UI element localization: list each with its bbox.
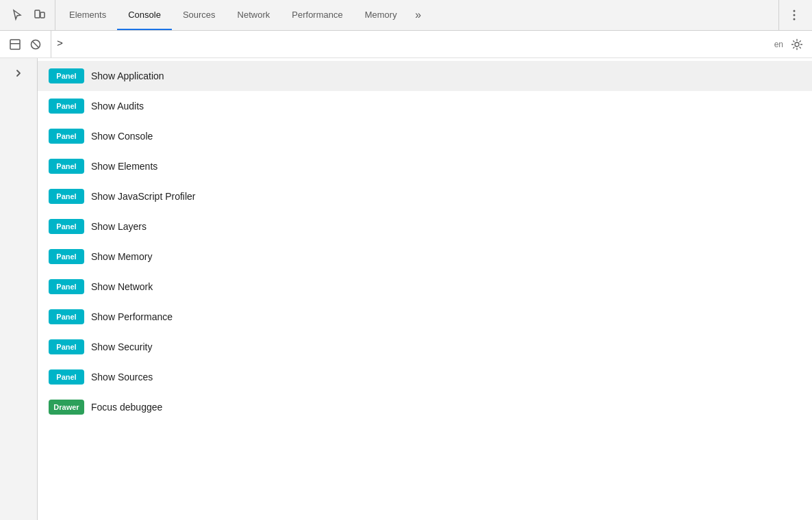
devtools-toolbar: Elements Console Sources Network Perform…: [0, 0, 812, 31]
sidebar-expand-arrow[interactable]: [12, 66, 25, 80]
dropdown-label-show-audits: Show Audits: [91, 101, 144, 112]
badge-panel: Panel: [49, 68, 84, 83]
console-input[interactable]: [67, 39, 774, 49]
console-settings-button[interactable]: [787, 35, 807, 54]
badge-panel: Panel: [49, 99, 84, 114]
dropdown-item-show-application[interactable]: PanelShow Application: [38, 61, 812, 91]
dropdown-item-show-network[interactable]: PanelShow Network: [38, 272, 812, 302]
dropdown-item-show-performance[interactable]: PanelShow Performance: [38, 302, 812, 332]
clear-console-button[interactable]: [26, 35, 45, 54]
console-input-area: >: [57, 38, 774, 50]
dropdown-label-show-performance: Show Performance: [91, 311, 173, 322]
cursor-icon: [12, 9, 24, 21]
tab-memory[interactable]: Memory: [354, 0, 408, 30]
svg-point-4: [794, 18, 796, 21]
dropdown-item-show-audits[interactable]: PanelShow Audits: [38, 91, 812, 121]
prompt-symbol: >: [57, 38, 63, 50]
dropdown-item-show-security[interactable]: PanelShow Security: [38, 332, 812, 362]
dropdown-label-show-network: Show Network: [91, 281, 153, 292]
svg-line-8: [33, 42, 38, 47]
dropdown-label-show-security: Show Security: [91, 341, 152, 352]
dropdown-label-show-layers: Show Layers: [91, 221, 147, 232]
tab-performance[interactable]: Performance: [281, 0, 353, 30]
dropdown-item-show-elements[interactable]: PanelShow Elements: [38, 151, 812, 181]
tab-network[interactable]: Network: [227, 0, 281, 30]
device-icon: [34, 9, 46, 21]
device-toolbar-button[interactable]: [30, 5, 49, 25]
svg-rect-1: [40, 12, 45, 18]
svg-point-3: [794, 14, 796, 16]
toolbar-right: [778, 0, 809, 30]
dropdown-item-show-sources[interactable]: PanelShow Sources: [38, 362, 812, 392]
dropdown-label-show-javascript-profiler: Show JavaScript Profiler: [91, 191, 196, 202]
dropdown-label-show-memory: Show Memory: [91, 251, 152, 262]
dropdown-label-show-application: Show Application: [91, 70, 164, 81]
expand-drawer-button[interactable]: [5, 35, 25, 54]
dropdown-list: PanelShow ApplicationPanelShow AuditsPan…: [38, 58, 812, 425]
tab-sources[interactable]: Sources: [172, 0, 227, 30]
expand-icon: [9, 38, 21, 51]
badge-panel: Panel: [49, 159, 84, 174]
badge-drawer: Drawer: [49, 400, 84, 415]
dropdown-item-show-layers[interactable]: PanelShow Layers: [38, 211, 812, 242]
clear-icon: [29, 38, 42, 51]
console-nav-buttons: [5, 31, 51, 57]
customize-devtools-button[interactable]: [785, 5, 804, 25]
sidebar: [0, 58, 38, 520]
svg-rect-5: [10, 40, 20, 49]
dots-vertical-icon: [788, 9, 800, 21]
dropdown-label-show-elements: Show Elements: [91, 161, 157, 172]
badge-panel: Panel: [49, 309, 84, 324]
console-bar: > en: [0, 31, 812, 58]
tab-list: Elements Console Sources Network Perform…: [58, 0, 778, 30]
svg-rect-0: [35, 10, 40, 18]
more-tabs-button[interactable]: »: [408, 5, 427, 25]
inspect-element-button[interactable]: [8, 5, 27, 25]
gear-icon: [791, 38, 803, 51]
badge-panel: Panel: [49, 249, 84, 264]
badge-panel: Panel: [49, 369, 84, 385]
toolbar-icons-left: [3, 0, 55, 30]
dropdown-label-focus-debuggee: Focus debuggee: [91, 402, 162, 413]
dropdown-item-show-memory[interactable]: PanelShow Memory: [38, 242, 812, 272]
badge-panel: Panel: [49, 339, 84, 354]
dropdown-item-show-console[interactable]: PanelShow Console: [38, 121, 812, 151]
tab-elements[interactable]: Elements: [58, 0, 117, 30]
badge-panel: Panel: [49, 129, 84, 144]
dropdown-item-focus-debuggee[interactable]: DrawerFocus debuggee: [38, 392, 812, 422]
filter-text: en: [774, 40, 783, 49]
svg-rect-6: [10, 43, 20, 44]
main-area: PanelShow ApplicationPanelShow AuditsPan…: [0, 58, 812, 520]
command-menu-dropdown: PanelShow ApplicationPanelShow AuditsPan…: [38, 58, 812, 520]
chevron-right-icon: [14, 69, 23, 77]
badge-panel: Panel: [49, 279, 84, 294]
svg-point-2: [794, 10, 796, 12]
badge-panel: Panel: [49, 189, 84, 204]
console-right-icons: en: [774, 35, 807, 54]
dropdown-item-show-javascript-profiler[interactable]: PanelShow JavaScript Profiler: [38, 181, 812, 211]
dropdown-label-show-sources: Show Sources: [91, 372, 153, 382]
badge-panel: Panel: [49, 219, 84, 234]
dropdown-label-show-console: Show Console: [91, 131, 153, 142]
tab-console[interactable]: Console: [117, 0, 172, 30]
